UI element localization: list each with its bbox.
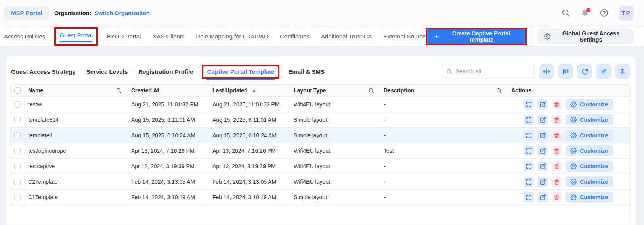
preview-button[interactable] <box>524 146 534 156</box>
trash-icon <box>553 148 560 154</box>
column-search-icon[interactable] <box>368 88 374 94</box>
upload-button[interactable] <box>615 64 630 79</box>
edit-button[interactable] <box>537 130 548 140</box>
global-guest-access-settings-button[interactable]: Global Guest Access Settings <box>537 29 634 44</box>
cell-name: testlogineurope <box>25 148 128 154</box>
export-button[interactable] <box>596 64 611 79</box>
notification-dot <box>586 8 590 12</box>
row-checkbox[interactable] <box>14 101 21 108</box>
tab-byod-portal[interactable]: BYOD Portal <box>107 31 141 42</box>
tab-additional-trust-ca[interactable]: Additional Trust CA <box>321 31 372 42</box>
cell-created-at: Feb 14, 2024, 3:13:05 AM <box>128 179 209 185</box>
delete-button[interactable] <box>551 146 562 156</box>
table-toolbar <box>441 64 630 79</box>
edit-icon <box>539 179 546 185</box>
row-checkbox[interactable] <box>14 194 21 200</box>
column-header-name[interactable]: Name <box>28 87 43 94</box>
tab-access-policies[interactable]: Access Policies <box>4 31 45 42</box>
subtab-email-sms[interactable]: Email & SMS <box>288 68 325 75</box>
sort-desc-icon[interactable] <box>251 88 257 93</box>
preview-button[interactable] <box>524 161 534 171</box>
column-header-last-updated[interactable]: Last Updated <box>212 87 248 94</box>
column-search-icon[interactable] <box>496 88 502 94</box>
preview-button[interactable] <box>524 192 534 202</box>
preview-button[interactable] <box>524 99 534 110</box>
edit-button[interactable] <box>537 99 548 110</box>
customize-button[interactable]: Customize <box>565 130 613 141</box>
row-checkbox[interactable] <box>14 179 21 185</box>
column-search-icon[interactable] <box>116 88 122 94</box>
edit-icon <box>539 117 546 123</box>
table-row: template1 Aug 15, 2025, 6:10:24 AM Aug 1… <box>10 128 630 143</box>
gear-icon <box>570 179 577 185</box>
tab-guest-portal[interactable]: Guest Portal <box>59 29 92 41</box>
create-captive-portal-template-button[interactable]: Create Captive Portal Template <box>427 29 525 44</box>
table-row: C1Template Feb 14, 2024, 3:10:19 AM Feb … <box>10 190 630 205</box>
customize-button[interactable]: Customize <box>565 176 613 187</box>
notifications-bell-icon[interactable] <box>580 8 590 18</box>
table-columns-icon <box>562 68 569 75</box>
delete-button[interactable] <box>551 192 562 202</box>
msp-portal-button[interactable]: MSP Portal <box>4 6 50 20</box>
row-checkbox[interactable] <box>14 117 21 123</box>
search-box[interactable] <box>441 64 535 79</box>
customize-button[interactable]: Customize <box>565 99 613 110</box>
cell-last-updated: Feb 14, 2024, 3:10:19 AM <box>209 194 290 200</box>
column-header-created-at[interactable]: Created At <box>131 87 159 94</box>
table-columns-button[interactable] <box>558 64 573 79</box>
subtab-registration-profile[interactable]: Registration Profile <box>138 68 193 75</box>
search-icon[interactable] <box>561 8 570 17</box>
preview-button[interactable] <box>524 177 534 187</box>
expand-icon <box>526 132 532 139</box>
edit-button[interactable] <box>537 161 548 171</box>
cell-name: C1Template <box>25 194 128 200</box>
row-checkbox[interactable] <box>14 148 21 154</box>
customize-button[interactable]: Customize <box>565 114 613 125</box>
row-checkbox[interactable] <box>14 163 21 169</box>
tab-external-source[interactable]: External Source <box>383 31 426 42</box>
table-row: C2Template Feb 14, 2024, 3:13:05 AM Feb … <box>10 174 630 190</box>
cell-description: - <box>380 179 508 185</box>
delete-button[interactable] <box>551 177 562 187</box>
edit-button[interactable] <box>537 146 548 156</box>
upload-icon <box>619 67 627 75</box>
select-all-checkbox[interactable] <box>14 87 21 94</box>
delete-button[interactable] <box>551 161 562 171</box>
tab-role-mapping-ldap[interactable]: Role Mapping for LDAP/AD <box>196 31 268 42</box>
column-header-layout-type[interactable]: Layout Type <box>294 87 326 94</box>
preview-button[interactable] <box>524 130 534 140</box>
organization-label: Organization: <box>54 10 91 16</box>
edit-button[interactable] <box>537 177 548 187</box>
customize-button[interactable]: Customize <box>565 192 613 203</box>
expand-icon <box>526 179 532 185</box>
cell-layout-type: Wifi4EU layout <box>290 101 380 108</box>
main-tab-bar: Access Policies Guest Portal BYOD Portal… <box>0 26 644 47</box>
column-header-description[interactable]: Description <box>384 87 414 94</box>
user-avatar[interactable]: TP <box>619 6 634 21</box>
row-checkbox[interactable] <box>14 132 21 138</box>
tab-nas-clients[interactable]: NAS Clients <box>152 31 184 42</box>
preview-button[interactable] <box>524 115 534 125</box>
delete-button[interactable] <box>551 99 562 110</box>
delete-button[interactable] <box>551 130 562 140</box>
expand-icon <box>526 148 532 154</box>
customize-button[interactable]: Customize <box>565 161 613 172</box>
gear-icon <box>544 33 550 40</box>
subtab-captive-portal-template[interactable]: Captive Portal Template <box>207 68 274 75</box>
refresh-button[interactable] <box>577 64 592 79</box>
cell-description: - <box>380 194 508 200</box>
tab-certificates[interactable]: Certificates <box>280 31 310 42</box>
switch-organization-link[interactable]: Switch Organization <box>94 10 149 16</box>
cell-description: - <box>380 101 508 108</box>
customize-button[interactable]: Customize <box>565 145 613 156</box>
gear-icon <box>570 132 577 138</box>
subtab-guest-access-strategy[interactable]: Guest Access Strategy <box>11 68 76 75</box>
edit-button[interactable] <box>537 115 548 125</box>
edit-button[interactable] <box>537 192 548 202</box>
subtab-service-levels[interactable]: Service Levels <box>86 68 128 75</box>
delete-button[interactable] <box>551 115 562 125</box>
search-input[interactable] <box>455 68 530 75</box>
help-icon[interactable] <box>600 8 609 17</box>
cell-description: - <box>380 163 508 169</box>
column-resize-button[interactable] <box>539 64 554 79</box>
